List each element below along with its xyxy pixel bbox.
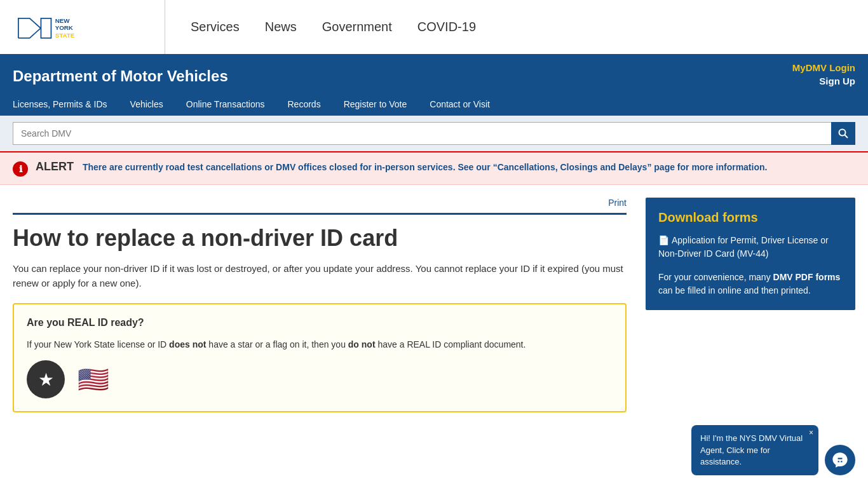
realid-star-icon: ★ (27, 360, 65, 398)
dmv-nav-records[interactable]: Records (288, 94, 331, 116)
print-link-area: Print (13, 198, 627, 208)
realid-does-not: does not (169, 339, 206, 349)
download-forms-title: Download forms (658, 210, 843, 225)
download-forms-note: For your convenience, many DMV PDF forms… (658, 271, 843, 297)
dmv-header: Department of Motor Vehicles MyDMV Login… (0, 56, 868, 116)
svg-line-4 (845, 135, 848, 139)
dmv-header-top: Department of Motor Vehicles MyDMV Login… (13, 62, 855, 92)
main-nav-links: Services News Government COVID-19 (165, 20, 855, 34)
realid-icons: ★ 🇺🇸 (27, 360, 613, 398)
search-bar (0, 116, 868, 151)
dmv-auth-links: MyDMV Login Sign Up (792, 62, 855, 86)
print-link[interactable]: Print (608, 198, 627, 208)
download-forms-note-before: For your convenience, many (658, 272, 773, 282)
dmv-nav-contact-or-visit[interactable]: Contact or Visit (430, 94, 500, 116)
realid-title: Are you REAL ID ready? (27, 317, 613, 329)
page-title: How to replace a non-driver ID card (13, 213, 627, 252)
logo-area: NEW YORK STATE (13, 0, 165, 54)
content-right: Download forms 📄Application for Permit, … (646, 198, 855, 412)
realid-text-before: If your New York State license or ID (27, 339, 169, 349)
download-forms-box: Download forms 📄Application for Permit, … (646, 198, 855, 310)
nav-news[interactable]: News (265, 20, 297, 34)
mydmv-login-link[interactable]: MyDMV Login (792, 62, 855, 73)
nav-covid19[interactable]: COVID-19 (417, 20, 476, 34)
chatbot-bubble-text: Hi! I'm the NYS DMV Virtual Agent, Click… (700, 433, 803, 438)
main-content: Print How to replace a non-driver ID car… (0, 185, 868, 438)
realid-do-not: do not (348, 339, 376, 349)
svg-text:NEW: NEW (55, 17, 71, 24)
dmv-nav-vehicles[interactable]: Vehicles (130, 94, 173, 116)
alert-link[interactable]: There are currently road test cancellati… (83, 162, 768, 172)
nys-logo[interactable]: NEW YORK STATE (13, 7, 114, 46)
chatbot-bubble: × Hi! I'm the NYS DMV Virtual Agent, Cli… (691, 425, 818, 438)
svg-text:YORK: YORK (55, 25, 73, 32)
top-navigation: NEW YORK STATE Services News Government … (0, 0, 868, 56)
search-input[interactable] (13, 122, 831, 145)
nav-services[interactable]: Services (191, 20, 240, 34)
chatbot-close-button[interactable]: × (809, 428, 813, 437)
download-forms-link[interactable]: 📄Application for Permit, Driver License … (658, 234, 843, 261)
svg-point-3 (839, 130, 846, 136)
dmv-pdf-forms-link[interactable]: DMV PDF forms (773, 272, 841, 282)
alert-bar: ℹ ALERT There are currently road test ca… (0, 151, 868, 185)
alert-label: ALERT (36, 160, 74, 173)
dmv-nav: Licenses, Permits & IDs Vehicles Online … (13, 92, 855, 116)
content-left: Print How to replace a non-driver ID car… (13, 198, 627, 412)
svg-text:STATE: STATE (55, 32, 75, 39)
dmv-nav-register-to-vote[interactable]: Register to Vote (344, 94, 417, 116)
search-icon (838, 128, 848, 139)
realid-text-after: have a REAL ID compliant document. (376, 339, 526, 349)
realid-flag-icon: 🇺🇸 (78, 365, 109, 395)
realid-text: If your New York State license or ID doe… (27, 337, 613, 351)
alert-icon: ℹ (13, 161, 28, 177)
realid-text-middle: have a star or a flag on it, then you (206, 339, 348, 349)
search-button[interactable] (831, 122, 855, 145)
signup-link[interactable]: Sign Up (819, 76, 855, 86)
download-forms-link-label: Application for Permit, Driver License o… (658, 235, 829, 259)
alert-text: There are currently road test cancellati… (83, 162, 768, 172)
page-intro: You can replace your non-driver ID if it… (13, 262, 627, 290)
dmv-nav-online-transactions[interactable]: Online Transactions (186, 94, 275, 116)
nav-government[interactable]: Government (322, 20, 392, 34)
alert-content: ALERT There are currently road test canc… (36, 160, 767, 173)
realid-box: Are you REAL ID ready? If your New York … (13, 303, 627, 412)
document-icon: 📄 (658, 235, 669, 245)
dmv-nav-licenses[interactable]: Licenses, Permits & IDs (13, 94, 118, 116)
dmv-title: Department of Motor Vehicles (13, 62, 228, 85)
chatbot-widget: × Hi! I'm the NYS DMV Virtual Agent, Cli… (691, 425, 855, 438)
download-forms-note-after: can be filled in online and then printed… (658, 285, 811, 295)
